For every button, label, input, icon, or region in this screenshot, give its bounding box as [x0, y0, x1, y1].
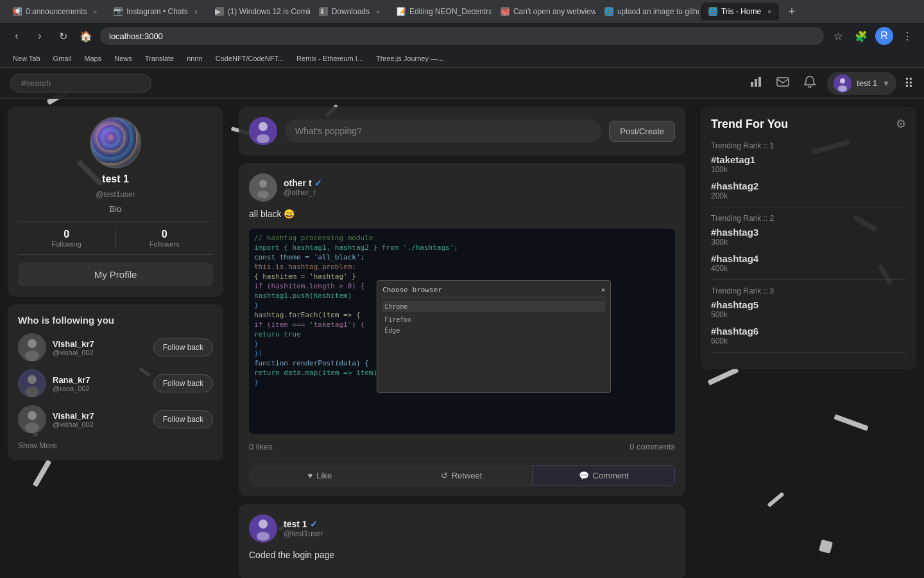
follow-back-button-3[interactable]: Follow back — [153, 410, 213, 428]
trends-title: Trend For You — [711, 118, 788, 131]
right-sidebar: Trend For You ⚙ Trending Rank :: 1 #take… — [693, 99, 924, 578]
verified-icon-1: ✓ — [314, 178, 322, 188]
forward-button[interactable]: › — [31, 27, 49, 45]
tab-github-upload[interactable]: 🌐 uplaod an image to githu... × — [597, 3, 699, 21]
like-label-1: Like — [316, 471, 332, 480]
stats-icon-button[interactable] — [746, 72, 766, 94]
user-badge[interactable]: test 1 ▼ — [827, 72, 896, 95]
address-bar[interactable] — [100, 27, 824, 45]
mail-icon-button[interactable] — [773, 72, 792, 94]
follow-back-button-1[interactable]: Follow back — [153, 338, 213, 356]
bookmark-nnnn[interactable]: nnnn — [182, 53, 207, 64]
tweet-header-1: other t ✓ @other_t — [249, 173, 675, 202]
following-stat[interactable]: 0 Following — [18, 229, 116, 248]
reload-button[interactable]: ↻ — [54, 27, 72, 45]
tweet-username-2: test 1 ✓ — [284, 519, 675, 529]
tab-close-4[interactable]: × — [376, 8, 380, 15]
center-feed: What's popping? Post/Create ot — [231, 99, 693, 578]
bell-icon-button[interactable] — [800, 72, 819, 94]
tweet-user-avatar-icon-1 — [249, 173, 277, 202]
tab-tris-home[interactable]: 🌐 Tris - Home × — [701, 3, 779, 21]
tab-label-2: Instagram • Chats — [126, 7, 188, 16]
back-button[interactable]: ‹ — [8, 27, 26, 45]
my-profile-button[interactable]: My Profile — [18, 263, 213, 286]
trend-item-6[interactable]: #hashtag6 600k — [711, 326, 906, 346]
post-create-button[interactable]: Post/Create — [609, 121, 675, 142]
comment-button-1[interactable]: 💬 Comment — [532, 465, 675, 486]
tab-github-issue[interactable]: 🐙 Can't open any webviews... × — [493, 3, 595, 21]
trend-item-5[interactable]: #hashtag5 500k — [711, 299, 906, 319]
nav-bar: ‹ › ↻ 🏠 ☆ 🧩 R ⋮ — [0, 23, 924, 49]
bookmark-button[interactable]: ☆ — [829, 27, 847, 45]
svg-point-9 — [25, 351, 39, 361]
svg-rect-0 — [751, 82, 753, 87]
trend-divider-1 — [711, 207, 906, 207]
trend-item-1[interactable]: #taketag1 100k — [711, 154, 906, 174]
tab-label-8: Tris - Home — [721, 7, 761, 16]
gear-icon[interactable]: ⚙ — [896, 117, 906, 131]
post-create-avatar-icon — [249, 117, 277, 145]
bookmark-new-tab[interactable]: New Tab — [8, 53, 46, 64]
bell-icon — [803, 74, 817, 89]
apps-grid-button[interactable]: ⠿ — [904, 76, 914, 91]
follower-info-1: Vishal_kr7 @vishal_002 — [53, 339, 147, 356]
bookmark-maps[interactable]: Maps — [79, 53, 107, 64]
bookmark-gmail[interactable]: Gmail — [48, 53, 77, 64]
bookmark-codenft[interactable]: CodeNFT/CodeNFT... — [210, 53, 289, 64]
show-more-link[interactable]: Show More — [18, 441, 213, 450]
bookmark-remix[interactable]: Remix - Ethereum I... — [291, 53, 368, 64]
dialog-close-icon: × — [601, 286, 606, 294]
menu-button[interactable]: ⋮ — [898, 27, 916, 45]
follower-handle-2: @rana_002 — [53, 385, 147, 392]
dialog-title: Choose browser — [382, 286, 442, 294]
trend-item-3[interactable]: #hashtag3 300k — [711, 227, 906, 247]
tweet-user-avatar-icon-2 — [249, 514, 277, 543]
bookmark-news[interactable]: News — [109, 53, 137, 64]
trend-divider-3 — [711, 352, 906, 353]
tab-favicon-8: 🌐 — [708, 7, 717, 16]
follower-handle-3: @vishal_002 — [53, 421, 147, 428]
follower-avatar-3 — [18, 405, 46, 434]
profile-name: test 1 — [102, 173, 129, 185]
comment-label-1: Comment — [593, 471, 629, 480]
followers-title: Who is following you — [18, 315, 213, 326]
tab-close-2[interactable]: × — [194, 8, 198, 15]
svg-point-6 — [838, 85, 847, 92]
svg-point-8 — [28, 339, 37, 348]
retweet-button-1[interactable]: ↺ Retweet — [391, 465, 533, 486]
home-button[interactable]: 🏠 — [77, 27, 95, 45]
tab-github-edit[interactable]: 📝 Editing NEON_Decentrali... × — [389, 3, 492, 21]
tab-announcements[interactable]: 📢 0:announcements × — [5, 3, 105, 21]
retweet-label-1: Retweet — [452, 471, 483, 480]
post-create-avatar — [249, 117, 277, 145]
dialog-option-2: Firefox — [382, 314, 605, 325]
like-button-1[interactable]: ♥ Like — [249, 465, 391, 486]
tab-close-8[interactable]: × — [767, 8, 771, 15]
profile-bio: Bio — [110, 204, 122, 214]
user-avatar-small — [834, 74, 851, 92]
bookmark-translate[interactable]: Translate — [140, 53, 179, 64]
followers-label: Followers — [116, 240, 214, 248]
tab-close[interactable]: × — [93, 8, 97, 15]
extensions-button[interactable]: 🧩 — [852, 27, 870, 45]
trend-item-2[interactable]: #hashtag2 200k — [711, 180, 906, 200]
new-tab-button[interactable]: + — [783, 3, 801, 21]
bookmark-threejs[interactable]: Three.js Journey —... — [371, 53, 449, 64]
trend-count-3: 300k — [711, 238, 906, 247]
tab-favicon-4: ⬇ — [319, 7, 328, 16]
trend-item-4[interactable]: #hashtag4 400k — [711, 253, 906, 273]
tab-instagram[interactable]: 📷 Instagram • Chats × — [106, 3, 205, 21]
tab-youtube[interactable]: ▶ (1) Windows 12 is Coming... × — [207, 3, 310, 21]
tab-favicon: 📢 — [13, 7, 22, 16]
follower-avatar-icon-3 — [18, 405, 46, 434]
post-input[interactable]: What's popping? — [285, 119, 601, 143]
tab-downloads[interactable]: ⬇ Downloads × — [311, 3, 388, 21]
search-input[interactable] — [10, 74, 151, 92]
follow-back-button-2[interactable]: Follow back — [153, 374, 213, 392]
followers-stat[interactable]: 0 Followers — [116, 229, 214, 248]
profile-button[interactable]: R — [875, 27, 893, 45]
trend-count-6: 600k — [711, 337, 906, 346]
left-sidebar: test 1 @test1user Bio 0 Following 0 Foll… — [0, 99, 231, 578]
tab-favicon-5: 📝 — [397, 7, 406, 16]
tab-favicon-6: 🐙 — [501, 7, 509, 16]
